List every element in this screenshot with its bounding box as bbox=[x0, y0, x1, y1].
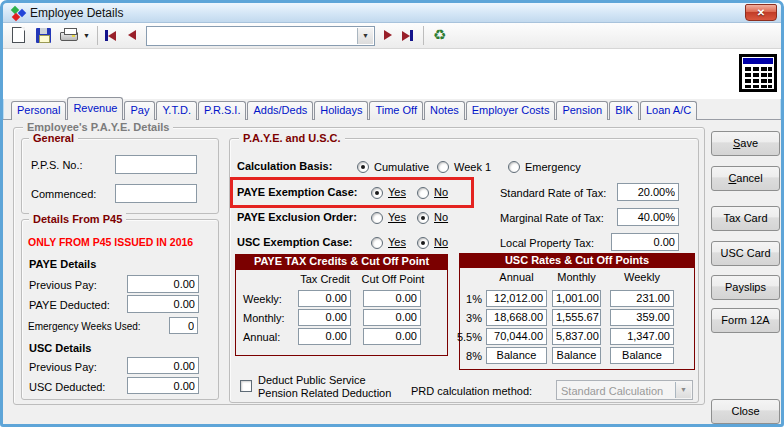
payslips-button[interactable]: Payslips bbox=[711, 275, 780, 300]
tax-card-button[interactable]: Tax Card bbox=[711, 206, 780, 231]
radio-week1[interactable] bbox=[437, 161, 449, 173]
prd-method-combobox[interactable]: Standard Calculation ▼ bbox=[556, 380, 693, 400]
previous-pay-input[interactable] bbox=[127, 275, 199, 293]
new-record-icon[interactable] bbox=[12, 27, 25, 43]
monthly-column-header: Monthly bbox=[552, 271, 601, 283]
print-dropdown-icon[interactable]: ▼ bbox=[83, 32, 90, 39]
calculation-basis-label: Calculation Basis: bbox=[237, 160, 332, 172]
prd-checkbox[interactable] bbox=[240, 380, 252, 392]
prd-method-dropdown-icon[interactable]: ▼ bbox=[675, 382, 691, 398]
toolbar-separator bbox=[97, 26, 98, 45]
emergency-weeks-input[interactable] bbox=[169, 317, 198, 334]
weekly-cut-off-field[interactable]: 0.00 bbox=[363, 290, 421, 307]
annual-cut-off-field[interactable]: 0.00 bbox=[363, 328, 421, 345]
close-icon[interactable]: ✕ bbox=[745, 4, 777, 21]
tab-ytd[interactable]: Y.T.D. bbox=[156, 101, 197, 120]
standard-rate-input[interactable] bbox=[617, 183, 679, 201]
prd-checkbox-label-line2: Pension Related Deduction bbox=[258, 387, 391, 399]
tab-employer-costs[interactable]: Employer Costs bbox=[466, 101, 556, 120]
tab-adds-deds[interactable]: Adds/Deds bbox=[247, 101, 313, 120]
last-record-icon[interactable] bbox=[402, 30, 413, 41]
radio-usc-exemption-no[interactable] bbox=[417, 237, 429, 249]
paye-deducted-input[interactable] bbox=[127, 295, 199, 313]
paye-deducted-label: PAYE Deducted: bbox=[29, 299, 110, 311]
pps-input[interactable] bbox=[115, 155, 197, 174]
tab-personal[interactable]: Personal bbox=[11, 101, 66, 120]
radio-emergency-label: Emergency bbox=[525, 161, 581, 173]
radio-emergency[interactable] bbox=[508, 161, 520, 173]
table-grid-icon[interactable] bbox=[739, 54, 777, 96]
radio-usc-exemption-yes[interactable] bbox=[371, 237, 383, 249]
usc-8pct-weekly-field[interactable]: Balance bbox=[610, 347, 674, 364]
record-selector-combobox[interactable]: ▼ bbox=[146, 26, 375, 46]
tab-holidays[interactable]: Holidays bbox=[314, 101, 368, 120]
close-button[interactable]: Close bbox=[711, 399, 780, 424]
usc-exemption-label: USC Exemption Case: bbox=[237, 236, 353, 248]
previous-record-icon[interactable] bbox=[128, 30, 136, 40]
commenced-input[interactable] bbox=[115, 184, 197, 203]
annual-tax-credit-field[interactable]: 0.00 bbox=[298, 328, 351, 345]
radio-week1-label: Week 1 bbox=[454, 161, 491, 173]
prd-method-value: Standard Calculation bbox=[557, 385, 663, 397]
usc-8pct-annual-field[interactable]: Balance bbox=[486, 347, 547, 364]
cancel-button[interactable]: Cancel bbox=[711, 166, 780, 191]
delete-record-icon[interactable]: ♻ bbox=[433, 26, 446, 44]
usc-deducted-input[interactable] bbox=[127, 377, 199, 394]
tab-revenue[interactable]: Revenue bbox=[67, 97, 123, 120]
print-icon[interactable] bbox=[60, 32, 78, 41]
usc-5-5pct-weekly-field[interactable]: 1,347.00 bbox=[610, 328, 674, 345]
usc-1pct-annual-field[interactable]: 12,012.00 bbox=[486, 290, 547, 307]
save-button-rest: ave bbox=[740, 137, 758, 149]
radio-paye-exemption-yes[interactable] bbox=[371, 187, 383, 199]
radio-cumulative[interactable] bbox=[357, 161, 369, 173]
next-record-icon[interactable] bbox=[384, 30, 392, 40]
form-12a-button[interactable]: Form 12A bbox=[711, 308, 780, 333]
radio-paye-exclusion-no[interactable] bbox=[417, 212, 429, 224]
paye-usc-group-title: P.A.Y.E. and U.S.C. bbox=[239, 132, 345, 144]
standard-rate-label: Standard Rate of Tax: bbox=[500, 187, 606, 199]
local-property-tax-input[interactable] bbox=[611, 233, 679, 251]
usc-5-5pct-annual-field[interactable]: 70,044.00 bbox=[486, 328, 547, 345]
tab-loan-ac[interactable]: Loan A/C bbox=[640, 101, 697, 120]
weekly-tax-credit-field[interactable]: 0.00 bbox=[298, 290, 351, 307]
annual-row-label: Annual: bbox=[243, 331, 280, 343]
monthly-cut-off-field[interactable]: 0.00 bbox=[363, 309, 421, 326]
toolbar-separator bbox=[423, 26, 424, 45]
tax-credit-column-header: Tax Credit bbox=[295, 273, 355, 285]
radio-paye-exclusion-yes[interactable] bbox=[371, 212, 383, 224]
usc-5-5pct-monthly-field[interactable]: 5,837.00 bbox=[552, 328, 601, 345]
marginal-rate-input[interactable] bbox=[617, 208, 679, 226]
title-bar[interactable]: Employee Details ✕ bbox=[3, 3, 781, 23]
paye-details-heading: PAYE Details bbox=[29, 258, 96, 270]
usc-1pct-monthly-field[interactable]: 1,001.00 bbox=[552, 290, 601, 307]
last-record-bar bbox=[410, 30, 413, 41]
tab-bik[interactable]: BIK bbox=[609, 101, 639, 120]
save-button[interactable]: Save bbox=[711, 131, 780, 156]
usc-rate-3pct-label: 3% bbox=[458, 312, 482, 324]
tab-time-off[interactable]: Time Off bbox=[369, 101, 423, 120]
usc-card-button[interactable]: USC Card bbox=[711, 241, 780, 266]
save-icon[interactable] bbox=[36, 28, 51, 43]
pps-label: P.P.S. No.: bbox=[31, 159, 83, 171]
usc-1pct-weekly-field[interactable]: 231.00 bbox=[610, 290, 674, 307]
weekly-row-label: Weekly: bbox=[243, 293, 282, 305]
tab-pension[interactable]: Pension bbox=[556, 101, 608, 120]
radio-paye-exemption-no[interactable] bbox=[417, 187, 429, 199]
local-property-tax-label: Local Property Tax: bbox=[500, 237, 594, 249]
record-combobox-dropdown-icon[interactable]: ▼ bbox=[357, 28, 373, 44]
usc-8pct-monthly-field[interactable]: Balance bbox=[552, 347, 601, 364]
usc-3pct-monthly-field[interactable]: 1,555.67 bbox=[552, 309, 601, 326]
usc-3pct-weekly-field[interactable]: 359.00 bbox=[610, 309, 674, 326]
usc-previous-pay-input[interactable] bbox=[127, 357, 199, 374]
monthly-tax-credit-field[interactable]: 0.00 bbox=[298, 309, 351, 326]
usc-3pct-annual-field[interactable]: 18,668.00 bbox=[486, 309, 547, 326]
tab-pay[interactable]: Pay bbox=[124, 101, 155, 120]
prd-method-label: PRD calculation method: bbox=[411, 385, 532, 397]
tab-notes[interactable]: Notes bbox=[424, 101, 465, 120]
first-record-icon[interactable] bbox=[105, 30, 116, 41]
annual-column-header: Annual bbox=[486, 271, 547, 283]
first-record-triangle bbox=[108, 31, 116, 41]
previous-pay-label: Previous Pay: bbox=[29, 279, 97, 291]
usc-deducted-label: USC Deducted: bbox=[29, 381, 105, 393]
tab-prsi[interactable]: P.R.S.I. bbox=[198, 101, 246, 120]
